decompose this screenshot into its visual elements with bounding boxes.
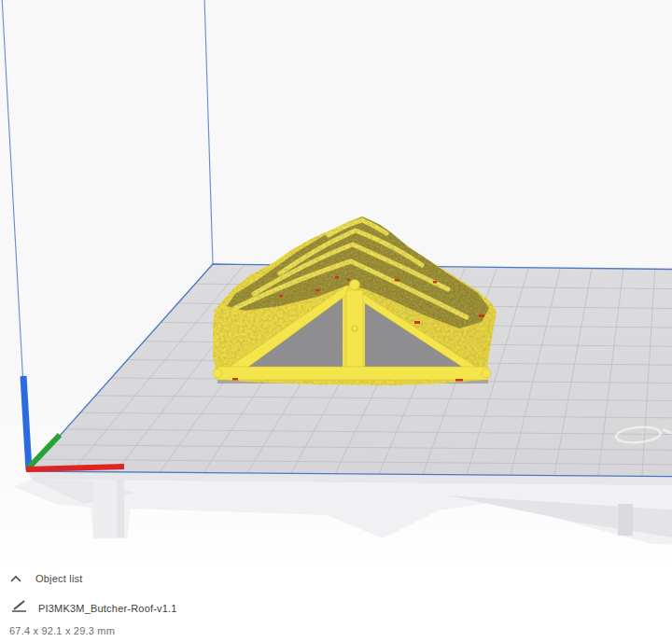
build-plate-carriage [14,471,672,546]
3d-viewport[interactable]: Object list PI3MK3M_Butcher-Roof-v1.1 67… [0,0,672,642]
object-list-panel: Object list PI3MK3M_Butcher-Roof-v1.1 67… [0,565,280,642]
build-scene [0,0,672,642]
king-post [346,290,363,368]
chevron-up-icon [9,574,22,583]
object-list-title: Object list [35,573,83,584]
x-axis [26,467,124,469]
object-list-item[interactable]: PI3MK3M_Butcher-Roof-v1.1 [11,599,177,617]
collapse-object-list-button[interactable] [9,574,22,583]
king-post-knob [350,280,360,290]
model-item-icon [11,599,27,617]
object-list-item-name: PI3MK3M_Butcher-Roof-v1.1 [38,603,177,614]
model-dimensions: 67.4 x 92.1 x 29.3 mm [9,625,115,636]
model-object[interactable] [210,210,504,392]
tie-beam [217,367,488,380]
z-axis [23,376,29,470]
